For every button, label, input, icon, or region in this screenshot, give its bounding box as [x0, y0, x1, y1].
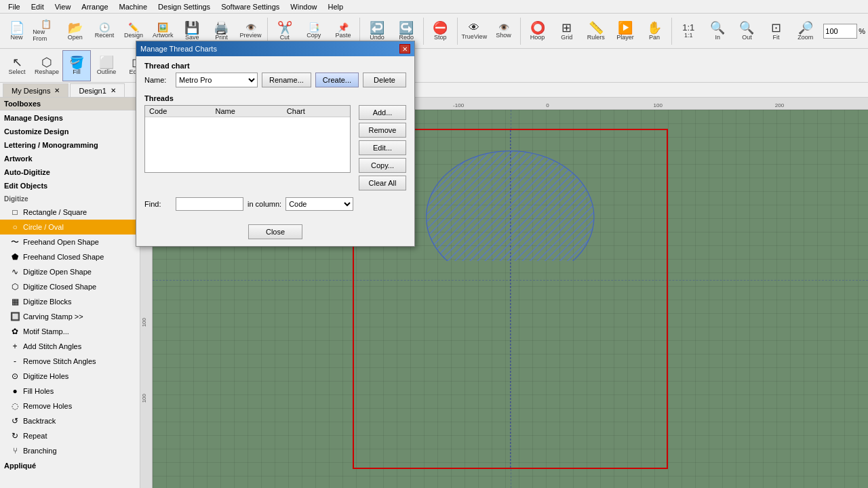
- col-name: Name: [212, 106, 283, 117]
- thread-chart-select[interactable]: Metro Pro: [176, 73, 258, 87]
- col-chart: Chart: [283, 106, 350, 117]
- create-button[interactable]: Create...: [315, 73, 359, 87]
- threads-table-wrapper: Code Name Chart: [144, 105, 351, 190]
- manage-thread-charts-dialog: Manage Thread Charts ✕ Thread chart Name…: [136, 41, 415, 247]
- find-row: Find: in column: Code Name Chart: [144, 197, 406, 211]
- thread-chart-label: Thread chart: [144, 62, 406, 70]
- modal-overlay: Manage Thread Charts ✕ Thread chart Name…: [0, 0, 868, 488]
- find-column-select[interactable]: Code Name Chart: [285, 197, 353, 211]
- col-code: Code: [145, 106, 212, 117]
- add-button[interactable]: Add...: [359, 105, 406, 120]
- threads-group: Threads Code Name Chart: [144, 94, 406, 190]
- find-label: Find:: [144, 200, 172, 208]
- dialog-close-button[interactable]: ✕: [399, 44, 410, 54]
- thread-chart-group: Thread chart Name: Metro Pro Rename... C…: [144, 62, 406, 87]
- edit-button[interactable]: Edit...: [359, 140, 406, 155]
- threads-content: Code Name Chart Add...: [144, 105, 406, 190]
- thread-table: Code Name Chart: [145, 106, 350, 117]
- threads-label: Threads: [144, 94, 406, 102]
- name-label: Name:: [144, 76, 172, 84]
- remove-button[interactable]: Remove: [359, 123, 406, 138]
- thread-action-buttons: Add... Remove Edit... Copy... Clear All: [359, 105, 406, 190]
- dialog-title: Manage Thread Charts: [140, 45, 217, 53]
- dialog-footer: Close: [136, 220, 414, 246]
- dialog-titlebar: Manage Thread Charts ✕: [136, 41, 414, 56]
- thread-chart-name-row: Name: Metro Pro Rename... Create... Dele…: [144, 73, 406, 87]
- find-input[interactable]: [176, 197, 243, 211]
- in-column-label: in column:: [248, 200, 281, 208]
- copy-button[interactable]: Copy...: [359, 158, 406, 173]
- thread-table-container[interactable]: Code Name Chart: [144, 105, 351, 173]
- clear-all-button[interactable]: Clear All: [359, 176, 406, 190]
- delete-button[interactable]: Delete: [363, 73, 406, 87]
- close-button[interactable]: Close: [248, 224, 302, 239]
- rename-button[interactable]: Rename...: [262, 73, 311, 87]
- dialog-body: Thread chart Name: Metro Pro Rename... C…: [136, 56, 414, 220]
